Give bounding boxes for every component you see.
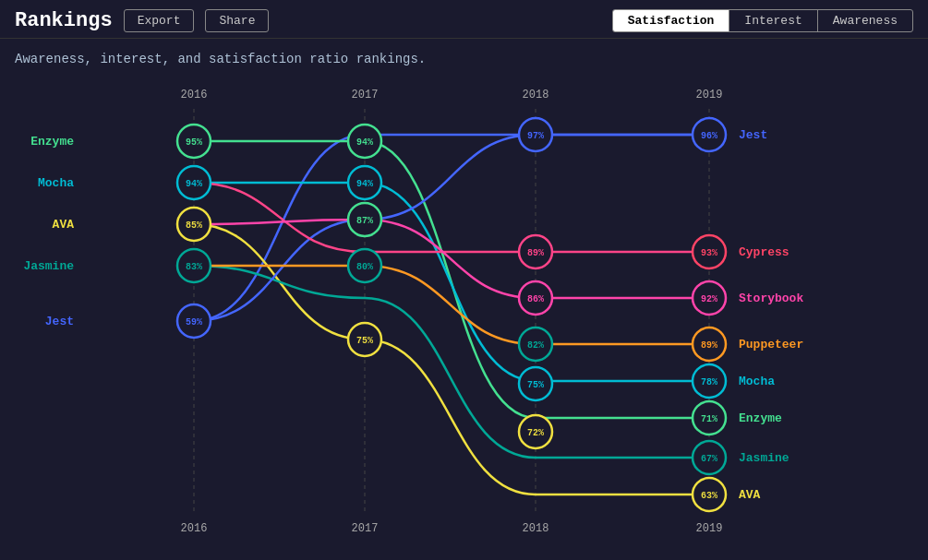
year-2018-bottom: 2018 bbox=[523, 522, 549, 535]
export-button[interactable]: Export bbox=[124, 9, 195, 32]
cypress-line bbox=[194, 183, 709, 252]
jest-line bbox=[194, 135, 709, 321]
label-mocha-2018: 75% bbox=[527, 380, 544, 390]
left-label-mocha: Mocha bbox=[38, 176, 74, 190]
jest-blue-line bbox=[194, 135, 709, 321]
tab-interest[interactable]: Interest bbox=[729, 10, 816, 31]
right-label-puppeteer: Puppeteer bbox=[739, 338, 803, 351]
year-2016-bottom: 2016 bbox=[181, 522, 208, 535]
rankings-chart: 2016 2017 2018 2019 2016 2017 2018 2019 bbox=[0, 72, 928, 542]
jasmine-line bbox=[194, 266, 709, 458]
label-enzyme-2019: 71% bbox=[701, 414, 717, 424]
label-jest-2016: 59% bbox=[186, 317, 202, 328]
right-label-jest: Jest bbox=[739, 128, 767, 142]
left-label-enzyme: Enzyme bbox=[30, 135, 74, 149]
label-cypress-2019: 93% bbox=[701, 248, 717, 258]
right-label-mocha: Mocha bbox=[739, 375, 775, 388]
tab-awareness[interactable]: Awareness bbox=[817, 10, 912, 31]
left-label-jasmine: Jasmine bbox=[23, 259, 74, 273]
right-label-jasmine: Jasmine bbox=[739, 451, 789, 465]
header: Rankings Export Share Satisfaction Inter… bbox=[0, 0, 928, 39]
label-jest-2017: 75% bbox=[356, 336, 373, 346]
tab-satisfaction[interactable]: Satisfaction bbox=[613, 10, 729, 31]
left-label-jest: Jest bbox=[45, 315, 74, 328]
right-label-ava: AVA bbox=[739, 488, 761, 502]
chart-area: 2016 2017 2018 2019 2016 2017 2018 2019 bbox=[0, 72, 928, 542]
year-2017-bottom: 2017 bbox=[352, 522, 379, 535]
year-2019-top: 2019 bbox=[696, 89, 723, 101]
year-2016-top: 2016 bbox=[181, 89, 208, 101]
label-ava-2017: 87% bbox=[356, 216, 373, 226]
page-title: Rankings bbox=[15, 9, 113, 32]
label-jasmine-2017: 80% bbox=[356, 262, 373, 272]
year-2018-top: 2018 bbox=[523, 89, 549, 101]
label-jasmine-2019: 67% bbox=[701, 454, 717, 464]
label-mocha-2017: 94% bbox=[356, 179, 373, 189]
share-button[interactable]: Share bbox=[205, 9, 269, 32]
label-jasmine-2016: 83% bbox=[186, 262, 202, 272]
year-2019-bottom: 2019 bbox=[696, 522, 723, 535]
label-jest-2018: 97% bbox=[527, 131, 544, 141]
year-2017-top: 2017 bbox=[352, 89, 379, 101]
header-left: Rankings Export Share bbox=[15, 9, 269, 32]
label-ava-2016: 85% bbox=[186, 220, 202, 231]
label-puppeteer-2018: 82% bbox=[527, 340, 544, 351]
right-label-cypress: Cypress bbox=[739, 245, 789, 259]
label-enzyme-2016: 95% bbox=[186, 137, 202, 148]
tab-group: Satisfaction Interest Awareness bbox=[612, 9, 913, 32]
right-label-storybook: Storybook bbox=[739, 292, 803, 305]
label-enzyme-2017: 94% bbox=[356, 137, 373, 148]
label-mocha-2016: 94% bbox=[186, 179, 202, 189]
label-mocha-2019: 78% bbox=[701, 377, 717, 387]
puppeteer-line bbox=[194, 266, 709, 344]
label-storybook-2018: 86% bbox=[527, 294, 544, 304]
label-jest-2019: 96% bbox=[701, 131, 717, 141]
label-ava-2018: 72% bbox=[527, 428, 544, 438]
label-ava-2019: 63% bbox=[701, 491, 717, 501]
label-puppeteer-2019: 89% bbox=[701, 340, 717, 351]
subtitle: Awareness, interest, and satisfaction ra… bbox=[0, 39, 928, 72]
right-label-enzyme: Enzyme bbox=[739, 411, 782, 425]
label-storybook-2019: 92% bbox=[701, 294, 717, 304]
left-label-ava: AVA bbox=[53, 218, 75, 232]
label-cypress-2018: 89% bbox=[527, 248, 544, 258]
